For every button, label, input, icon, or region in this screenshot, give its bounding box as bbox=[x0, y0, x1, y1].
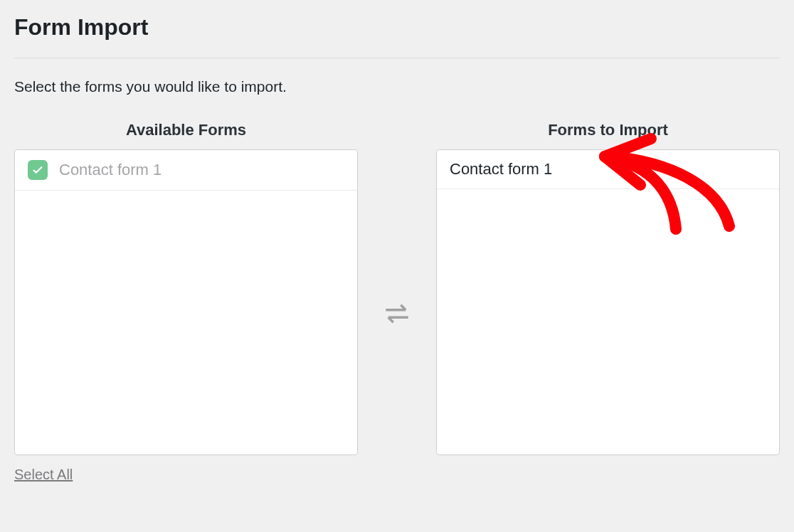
list-item-label: Contact form 1 bbox=[450, 160, 552, 179]
forms-to-import-column: Forms to Import Contact form 1 bbox=[436, 121, 780, 483]
list-item[interactable]: Contact form 1 bbox=[437, 150, 779, 189]
checkbox-checked-icon[interactable] bbox=[28, 160, 48, 180]
available-forms-list: Contact form 1 bbox=[14, 149, 358, 455]
divider bbox=[14, 58, 780, 58]
list-item[interactable]: Contact form 1 bbox=[15, 150, 357, 191]
forms-to-import-list: Contact form 1 bbox=[436, 149, 780, 455]
forms-to-import-title: Forms to Import bbox=[548, 121, 668, 139]
page-title: Form Import bbox=[14, 14, 780, 41]
select-all-button[interactable]: Select All bbox=[14, 467, 73, 483]
list-item-label: Contact form 1 bbox=[59, 161, 162, 179]
instruction-text: Select the forms you would like to impor… bbox=[14, 78, 780, 95]
swap-arrows-icon bbox=[382, 299, 412, 331]
import-columns: Available Forms Contact form 1 Select Al… bbox=[14, 121, 780, 483]
available-forms-column: Available Forms Contact form 1 Select Al… bbox=[14, 121, 358, 483]
available-forms-title: Available Forms bbox=[126, 121, 246, 139]
swap-icon-wrap bbox=[358, 121, 436, 483]
